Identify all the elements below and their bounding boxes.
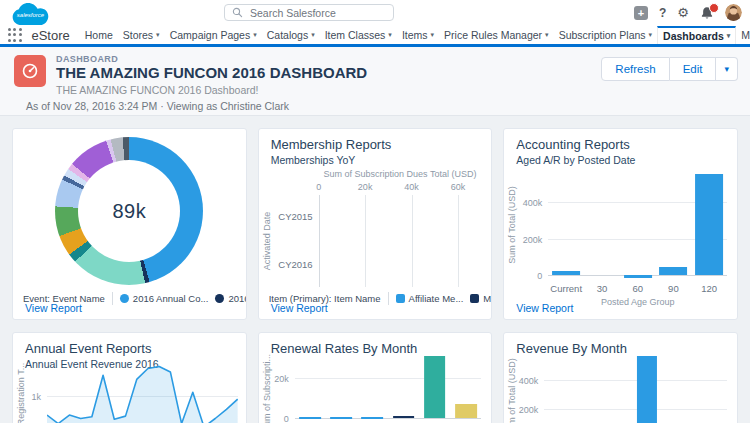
area-chart[interactable] bbox=[47, 359, 238, 423]
card-subtitle: Memberships YoY bbox=[271, 154, 356, 166]
legend-marker-icon bbox=[120, 294, 129, 303]
nav-tab-label: Dashboards bbox=[663, 30, 724, 42]
card-title: Annual Event Reports bbox=[25, 341, 151, 356]
nav-tab-price-rules-manager[interactable]: Price Rules Manager▾ bbox=[439, 26, 554, 44]
nav-tab-catalogs[interactable]: Catalogs▾ bbox=[262, 26, 320, 44]
gridline bbox=[544, 409, 727, 410]
edit-button[interactable]: Edit bbox=[670, 57, 717, 81]
gridline bbox=[412, 195, 413, 287]
nav-tab-more[interactable]: More▾ bbox=[736, 26, 750, 44]
salesforce-dashboard-app: salesforce + ? ⚙︎ eStore HomeStores▾Camp… bbox=[0, 0, 750, 423]
legend-marker-icon bbox=[215, 294, 224, 303]
axis-tick: 200k bbox=[519, 405, 539, 415]
nav-tab-label: Catalogs bbox=[267, 29, 308, 41]
notifications-bell-icon[interactable] bbox=[700, 6, 714, 20]
notification-badge bbox=[709, 3, 719, 13]
legend-item[interactable]: Affiliate Me... bbox=[396, 293, 464, 304]
refresh-button[interactable]: Refresh bbox=[601, 57, 669, 81]
nav-tab-label: More bbox=[741, 29, 750, 41]
axis-line bbox=[319, 195, 320, 287]
nav-tab-label: Items bbox=[402, 29, 428, 41]
nav-tab-items[interactable]: Items▾ bbox=[397, 26, 439, 44]
nav-tab-label: Stores bbox=[123, 29, 153, 41]
favorites-add-icon[interactable]: + bbox=[634, 6, 648, 20]
refresh-status-line: As of Nov 28, 2016 3:24 PM · Viewing as … bbox=[26, 100, 289, 112]
axis-tick: 20k bbox=[358, 182, 373, 192]
card-title: Accounting Reports bbox=[516, 137, 629, 152]
nav-tab-label: Subscription Plans bbox=[559, 29, 646, 41]
bar[interactable] bbox=[659, 267, 687, 275]
axis-tick: 60k bbox=[451, 182, 466, 192]
card-title: Membership Reports bbox=[271, 137, 392, 152]
view-report-link[interactable]: View Report bbox=[25, 302, 82, 314]
bar[interactable] bbox=[424, 356, 446, 418]
bar[interactable] bbox=[695, 174, 723, 275]
revenue-plot bbox=[544, 355, 727, 423]
nav-tab-label: Price Rules Manager bbox=[444, 29, 542, 41]
nav-tab-item-classes[interactable]: Item Classes▾ bbox=[320, 26, 397, 44]
donut-chart[interactable]: 89k bbox=[55, 137, 203, 285]
axis-category: CY2015 bbox=[278, 211, 312, 222]
legend-label: 2016 National Z... bbox=[228, 293, 245, 304]
nav-tab-dashboards[interactable]: Dashboards▾ bbox=[657, 26, 736, 44]
nav-tab-stores[interactable]: Stores▾ bbox=[118, 26, 165, 44]
y-axis-ticks: 1k bbox=[13, 359, 45, 423]
axis-tick: 40k bbox=[404, 182, 419, 192]
bar[interactable] bbox=[393, 416, 415, 418]
help-icon[interactable]: ? bbox=[659, 6, 666, 20]
chevron-down-icon: ▾ bbox=[388, 31, 392, 39]
app-name: eStore bbox=[31, 28, 69, 43]
gridline bbox=[295, 378, 482, 379]
utility-bar: salesforce + ? ⚙︎ bbox=[0, 0, 750, 26]
nav-tab-campaign-pages[interactable]: Campaign Pages▾ bbox=[165, 26, 262, 44]
bar[interactable] bbox=[455, 404, 477, 418]
gridline bbox=[365, 195, 366, 287]
axis-tick: 0 bbox=[316, 182, 321, 192]
legend-label: MREG: Me... bbox=[483, 293, 491, 304]
bar[interactable] bbox=[362, 417, 384, 419]
nav-tab-subscription-plans[interactable]: Subscription Plans▾ bbox=[554, 26, 657, 44]
dashboard-gauge-icon bbox=[14, 55, 46, 87]
axis-tick: 20k bbox=[274, 374, 289, 384]
chevron-down-icon: ▾ bbox=[253, 31, 257, 39]
app-launcher-icon[interactable] bbox=[8, 28, 22, 42]
entity-label: DASHBOARD bbox=[56, 54, 118, 64]
chevron-down-icon: ▾ bbox=[545, 31, 549, 39]
view-report-link[interactable]: View Report bbox=[271, 302, 328, 314]
bar[interactable] bbox=[299, 417, 321, 419]
aged-ar-plot bbox=[548, 169, 727, 281]
page-title: THE AMAZING FUNCON 2016 DASHBOARD bbox=[56, 64, 367, 81]
axis-category: 90 bbox=[656, 283, 692, 294]
card-renewal-rates: Renewal Rates By Month Sum of Subscripti… bbox=[258, 332, 493, 423]
axis-tick: 1k bbox=[31, 392, 41, 402]
card-accounting-reports: Accounting Reports Aged A/R by Posted Da… bbox=[503, 128, 738, 320]
legend-item[interactable]: 2016 National Z... bbox=[215, 293, 245, 304]
bar[interactable] bbox=[624, 275, 652, 278]
bar[interactable] bbox=[330, 417, 352, 419]
chevron-down-icon: ▾ bbox=[431, 31, 435, 39]
nav-tab-home[interactable]: Home bbox=[80, 26, 118, 44]
global-search[interactable] bbox=[224, 4, 394, 21]
axis-tick: 0 bbox=[284, 414, 289, 423]
x-axis-title: Sum of Subscription Dues Total (USD) bbox=[319, 169, 482, 179]
utility-icons: + ? ⚙︎ bbox=[634, 4, 742, 21]
y-axis-ticks: 20k0 bbox=[259, 355, 293, 423]
legend-item[interactable]: 2016 Annual Co... bbox=[120, 293, 209, 304]
chevron-down-icon: ▾ bbox=[727, 32, 731, 40]
chevron-down-icon: ▾ bbox=[311, 31, 315, 39]
legend-item[interactable]: MREG: Me... bbox=[470, 293, 491, 304]
y-axis-ticks: 400k200k0 bbox=[504, 169, 546, 281]
bar[interactable] bbox=[637, 356, 657, 423]
card-title: Revenue By Month bbox=[516, 341, 627, 356]
legend-divider bbox=[112, 292, 113, 305]
search-input[interactable] bbox=[248, 6, 386, 20]
legend-divider bbox=[388, 292, 389, 305]
view-report-link[interactable]: View Report bbox=[516, 302, 573, 314]
bar[interactable] bbox=[552, 271, 580, 275]
gridline bbox=[458, 195, 459, 287]
setup-gear-icon[interactable]: ⚙︎ bbox=[677, 6, 689, 20]
card-subtitle: Aged A/R by Posted Date bbox=[516, 154, 635, 166]
axis-category: 60 bbox=[620, 283, 656, 294]
more-actions-dropdown-button[interactable]: ▾ bbox=[716, 57, 738, 81]
user-avatar[interactable] bbox=[725, 4, 742, 21]
